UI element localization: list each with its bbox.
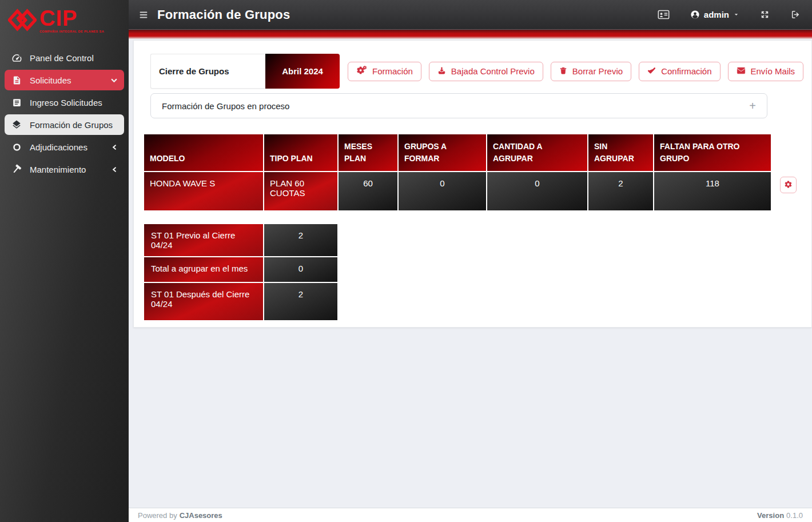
column-header: TIPO PLAN (264, 134, 337, 171)
sidebar-item-label: Adjudicaciones (30, 142, 87, 152)
hammer-icon (11, 164, 22, 174)
bajada-control-previo-button[interactable]: Bajada Control Previo (429, 62, 543, 81)
sidebar-item-label: Ingreso Solicitudes (30, 98, 102, 107)
toolbar-row: Cierre de Grupos Abril 2024 Formación (150, 54, 811, 89)
brand-tagline: COMPAÑIA INTEGRAL DE PLANES SA (39, 30, 104, 33)
sidebar-item-label: Mantenimiento (30, 165, 86, 174)
sidebar-item-solicitudes[interactable]: Solicitudes (5, 70, 124, 90)
accent-bar (129, 30, 812, 39)
chevron-left-icon (112, 166, 118, 173)
chevron-left-icon (112, 144, 118, 151)
version-info: Version0.1.0 (757, 511, 803, 520)
envelope-icon (737, 66, 746, 76)
closure-label: Cierre de Grupos (150, 54, 265, 89)
groups-table-header-row: MODELO TIPO PLAN MESES PLAN GRUPOS A FOR… (144, 134, 771, 171)
trash-icon (559, 66, 567, 77)
summary-label: ST 01 Previo al Cierre 04/24 (144, 224, 263, 256)
column-header: MODELO (144, 134, 263, 171)
header-actions: admin (658, 10, 801, 19)
cell-sin-agrupar: 2 (588, 172, 653, 210)
summary-value: 0 (264, 257, 337, 282)
content-area: Cierre de Grupos Abril 2024 Formación (129, 39, 812, 508)
row-settings-button[interactable] (780, 177, 797, 193)
page-title: Formación de Grupos (157, 7, 290, 22)
sidebar-item-label: Formación de Grupos (30, 120, 113, 130)
gear-icon (784, 180, 793, 190)
table-row: ST 01 Previo al Cierre 04/24 2 (144, 224, 337, 256)
summary-label: Total a agrupar en el mes (144, 257, 263, 282)
sidebar: CIP COMPAÑIA INTEGRAL DE PLANES SA Panel… (0, 0, 129, 522)
borrar-previo-button[interactable]: Borrar Previo (551, 62, 631, 81)
process-panel-title: Formación de Grupos en proceso (162, 101, 289, 111)
chevron-down-icon (110, 77, 118, 84)
sidebar-item-mantenimiento[interactable]: Mantenimiento (5, 159, 124, 180)
version-number: 0.1.0 (786, 511, 803, 520)
cell-tipo-plan: PLAN 60 CUOTAS (264, 172, 337, 210)
content-card: Cierre de Grupos Abril 2024 Formación (133, 40, 812, 328)
summary-table: ST 01 Previo al Cierre 04/24 2 Total a a… (143, 223, 339, 321)
file-invoice-icon (11, 98, 22, 107)
table-row: HONDA WAVE S PLAN 60 CUOTAS 60 0 0 2 118 (144, 172, 771, 210)
action-buttons: Formación Bajada Control Previo Borrar P… (348, 62, 803, 81)
groups-table: MODELO TIPO PLAN MESES PLAN GRUPOS A FOR… (143, 133, 772, 212)
plus-icon[interactable]: + (749, 100, 756, 111)
cell-cantidad-a-agrupar: 0 (487, 172, 587, 210)
sidebar-item-panel-de-control[interactable]: Panel de Control (5, 47, 124, 68)
sidebar-item-adjudicaciones[interactable]: Adjudicaciones (5, 137, 124, 157)
formacion-button[interactable]: Formación (348, 62, 421, 81)
column-header: SIN AGRUPAR (588, 134, 653, 171)
top-header: Formación de Grupos admin (129, 0, 812, 30)
table-row: Total a agrupar en el mes 0 (144, 257, 337, 282)
layers-icon (11, 119, 22, 130)
summary-value: 2 (264, 224, 337, 256)
sidebar-nav: Panel de Control Solicitudes Ingreso Sol… (0, 43, 129, 181)
menu-toggle-button[interactable] (139, 11, 148, 19)
column-header: MESES PLAN (339, 134, 397, 171)
logout-icon[interactable] (790, 10, 801, 19)
cell-modelo: HONDA WAVE S (144, 172, 263, 210)
download-icon (437, 66, 446, 77)
column-header: FALTAN PARA OTRO GRUPO (654, 134, 771, 171)
user-menu[interactable]: admin (690, 10, 739, 19)
tachometer-icon (11, 53, 22, 63)
file-icon (11, 75, 22, 85)
sidebar-item-formacion-de-grupos[interactable]: Formación de Grupos (5, 114, 124, 135)
column-header: CANTIDAD A AGRUPAR (487, 134, 587, 171)
column-header: GRUPOS A FORMAR (399, 134, 486, 171)
fullscreen-icon[interactable] (760, 10, 770, 19)
cell-grupos-a-formar: 0 (399, 172, 486, 210)
envio-mails-button[interactable]: Envío Mails (728, 62, 804, 81)
sidebar-item-label: Panel de Control (30, 53, 94, 63)
cip-diamond-logo-icon (8, 8, 37, 34)
summary-value: 2 (264, 283, 337, 320)
process-panel-header[interactable]: Formación de Grupos en proceso + (150, 93, 767, 118)
user-circle-icon (690, 10, 700, 19)
period-selector[interactable]: Abril 2024 (265, 54, 340, 89)
sidebar-item-label: Solicitudes (30, 75, 71, 85)
brand-name: CIP (39, 9, 104, 28)
main-area: Formación de Grupos admin (129, 0, 812, 522)
sidebar-item-ingreso-solicitudes[interactable]: Ingreso Solicitudes (5, 92, 124, 113)
version-label: Version (757, 511, 784, 520)
confirmacion-button[interactable]: Confirmación (639, 62, 720, 81)
user-name: admin (704, 10, 729, 19)
summary-label: ST 01 Después del Cierre 04/24 (144, 283, 263, 320)
cogs-icon (356, 66, 367, 77)
cell-meses-plan: 60 (339, 172, 397, 210)
address-card-icon[interactable] (658, 10, 670, 19)
footer: Powered by CJAsesores Version0.1.0 (129, 508, 812, 522)
check-icon (647, 66, 656, 76)
table-row: ST 01 Después del Cierre 04/24 2 (144, 283, 337, 320)
caret-down-icon (733, 11, 739, 18)
powered-by-text: Powered by (138, 511, 177, 520)
brand-logo: CIP COMPAÑIA INTEGRAL DE PLANES SA (0, 0, 129, 43)
company-name: CJAsesores (180, 511, 222, 520)
circle-icon (11, 143, 22, 152)
cell-faltan-para-otro-grupo: 118 (654, 172, 771, 210)
